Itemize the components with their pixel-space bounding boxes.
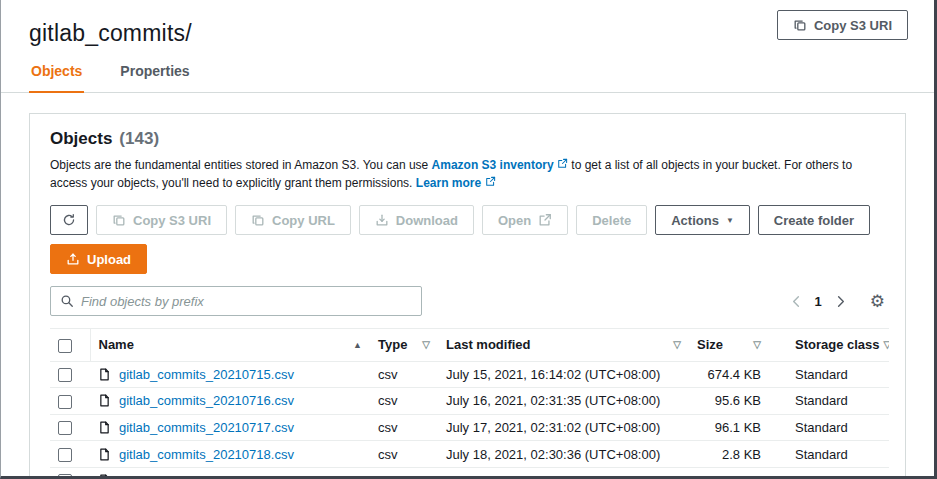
sort-descending-icon[interactable]: ▽ xyxy=(884,339,889,350)
search-icon xyxy=(60,294,74,308)
row-checkbox[interactable] xyxy=(58,368,72,382)
cell-storage-class: Standard xyxy=(769,414,889,441)
cell-storage-class: Standard xyxy=(769,467,889,479)
cell-storage-class: Standard xyxy=(769,361,889,388)
upload-label: Upload xyxy=(87,252,131,267)
cell-size: 95.6 KB xyxy=(689,388,769,415)
file-icon xyxy=(98,448,111,461)
copy-icon xyxy=(251,213,265,227)
external-link-icon xyxy=(557,158,568,169)
open-label: Open xyxy=(498,213,531,228)
tab-bar: Objects Properties xyxy=(1,53,934,93)
table-row: gitlab_commits_20210717.csv csv July 17,… xyxy=(50,414,889,441)
refresh-button[interactable] xyxy=(50,205,88,235)
cell-storage-class: Standard xyxy=(769,388,889,415)
external-link-icon xyxy=(538,213,552,227)
file-icon xyxy=(98,474,111,479)
table-row: gitlab_commits_20210716.csv csv July 16,… xyxy=(50,388,889,415)
cell-last-modified: July 19, 2021, 02:31:51 (UTC+08:00) xyxy=(438,467,689,479)
row-checkbox[interactable] xyxy=(58,448,72,462)
table-row: gitlab_commits_20210718.csv csv July 18,… xyxy=(50,441,889,468)
file-icon xyxy=(98,394,111,407)
copy-icon xyxy=(112,213,126,227)
cell-size: 2.8 KB xyxy=(689,441,769,468)
copy-s3-uri-toolbar-label: Copy S3 URI xyxy=(133,213,211,228)
cell-type: csv xyxy=(370,441,438,468)
settings-gear-icon[interactable]: ⚙ xyxy=(870,293,885,310)
column-header-type[interactable]: Type xyxy=(378,337,407,352)
search-row: 1 ⚙ xyxy=(50,286,885,316)
inventory-link[interactable]: Amazon S3 inventory xyxy=(432,158,568,172)
cell-type: csv xyxy=(370,467,438,479)
cell-last-modified: July 15, 2021, 16:14:02 (UTC+08:00) xyxy=(438,361,689,388)
sort-descending-icon[interactable]: ▽ xyxy=(673,339,681,350)
tab-objects[interactable]: Objects xyxy=(29,53,84,93)
pagination: 1 ⚙ xyxy=(787,292,885,311)
previous-page-button xyxy=(787,292,806,311)
learn-more-link[interactable]: Learn more xyxy=(416,176,496,190)
row-checkbox[interactable] xyxy=(58,474,72,479)
objects-count: (143) xyxy=(119,129,159,149)
upload-icon xyxy=(66,252,80,266)
object-link[interactable]: gitlab_commits_20210718.csv xyxy=(119,447,294,462)
object-link[interactable]: gitlab_commits_20210716.csv xyxy=(119,393,294,408)
row-checkbox[interactable] xyxy=(58,395,72,409)
sort-descending-icon[interactable]: ▽ xyxy=(422,339,430,350)
external-link-icon xyxy=(485,176,496,187)
table-header-row: Name ▲ Type ▽ Last modified ▽ xyxy=(50,329,889,362)
caret-down-icon: ▼ xyxy=(726,217,734,225)
file-icon xyxy=(98,421,111,434)
cell-type: csv xyxy=(370,361,438,388)
sort-ascending-icon[interactable]: ▲ xyxy=(353,340,362,350)
cell-storage-class: Standard xyxy=(769,441,889,468)
row-checkbox[interactable] xyxy=(58,421,72,435)
create-folder-label: Create folder xyxy=(774,213,854,228)
inventory-link-label: Amazon S3 inventory xyxy=(432,158,554,172)
actions-label: Actions xyxy=(671,213,719,228)
sort-descending-icon[interactable]: ▽ xyxy=(753,339,761,350)
object-link[interactable]: gitlab_commits_20210719.csv xyxy=(119,473,294,479)
page-title: gitlab_commits/ xyxy=(29,20,192,47)
search-box xyxy=(50,286,422,316)
cell-last-modified: July 17, 2021, 02:31:02 (UTC+08:00) xyxy=(438,414,689,441)
cell-last-modified: July 16, 2021, 02:31:35 (UTC+08:00) xyxy=(438,388,689,415)
cell-size: 674.4 KB xyxy=(689,361,769,388)
refresh-icon xyxy=(62,213,76,227)
table-row: gitlab_commits_20210715.csv csv July 15,… xyxy=(50,361,889,388)
objects-toolbar: Copy S3 URI Copy URL Download Open Delet… xyxy=(50,205,885,235)
copy-icon xyxy=(793,18,807,32)
object-link[interactable]: gitlab_commits_20210715.csv xyxy=(119,367,294,382)
column-header-last-modified[interactable]: Last modified xyxy=(446,337,531,352)
open-button: Open xyxy=(482,205,568,235)
upload-button[interactable]: Upload xyxy=(50,244,147,274)
s3-console-window: gitlab_commits/ Copy S3 URI Objects Prop… xyxy=(0,0,937,479)
select-all-checkbox[interactable] xyxy=(58,339,72,353)
column-header-size[interactable]: Size xyxy=(697,337,723,352)
file-icon xyxy=(98,368,111,381)
copy-s3-uri-toolbar-button: Copy S3 URI xyxy=(96,205,227,235)
column-header-name[interactable]: Name xyxy=(99,337,134,352)
cell-type: csv xyxy=(370,388,438,415)
column-header-storage-class[interactable]: Storage class xyxy=(795,337,880,352)
page-header: gitlab_commits/ Copy S3 URI xyxy=(1,0,934,47)
page-number[interactable]: 1 xyxy=(806,294,831,309)
description-text-1: Objects are the fundamental entities sto… xyxy=(50,158,428,172)
objects-description: Objects are the fundamental entities sto… xyxy=(50,156,885,192)
next-page-button[interactable] xyxy=(831,292,850,311)
objects-panel: Objects (143) Objects are the fundamenta… xyxy=(29,113,906,479)
copy-s3-uri-button[interactable]: Copy S3 URI xyxy=(777,10,908,40)
objects-table: Name ▲ Type ▽ Last modified ▽ xyxy=(50,328,889,479)
copy-s3-uri-label: Copy S3 URI xyxy=(814,18,892,33)
copy-url-label: Copy URL xyxy=(272,213,335,228)
actions-button[interactable]: Actions ▼ xyxy=(655,205,750,235)
create-folder-button[interactable]: Create folder xyxy=(758,205,870,235)
cell-type: csv xyxy=(370,414,438,441)
cell-size: 96.1 KB xyxy=(689,414,769,441)
search-input[interactable] xyxy=(81,287,412,315)
download-label: Download xyxy=(396,213,458,228)
chevron-right-icon xyxy=(833,294,848,309)
table-row: gitlab_commits_20210719.csv csv July 19,… xyxy=(50,467,889,479)
object-link[interactable]: gitlab_commits_20210717.csv xyxy=(119,420,294,435)
tab-properties[interactable]: Properties xyxy=(118,53,191,92)
delete-button: Delete xyxy=(576,205,647,235)
